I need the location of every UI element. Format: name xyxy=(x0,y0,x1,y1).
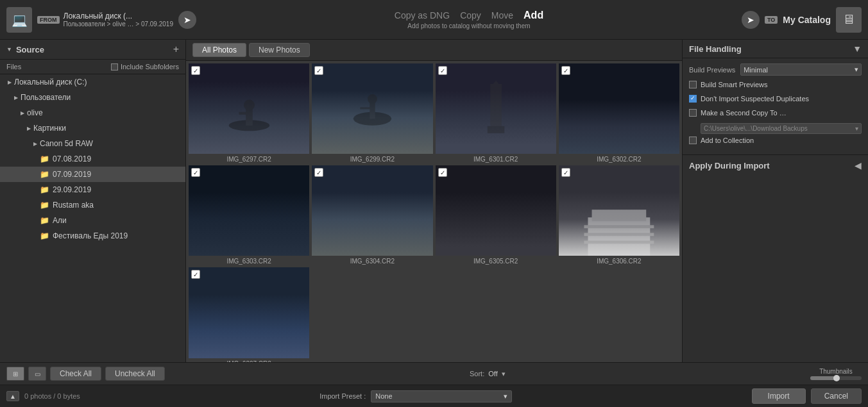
thumbnails-slider[interactable] xyxy=(810,376,862,380)
add-source-button[interactable]: + xyxy=(173,44,179,55)
tree-item-users[interactable]: ▶ Пользователи xyxy=(0,90,185,105)
import-preset-value: None xyxy=(375,392,392,400)
photo-thumb-6[interactable] xyxy=(312,165,432,256)
photo-checkbox-4[interactable] xyxy=(561,66,570,75)
photo-thumb-5[interactable] xyxy=(189,165,309,256)
sort-value: Off xyxy=(488,370,497,378)
source-panel-header: ▼ Source + xyxy=(0,40,185,60)
build-previews-chevron: ▾ xyxy=(855,65,858,74)
dest-arrow-button[interactable]: ➤ xyxy=(742,11,760,29)
file-handling-collapse-icon[interactable]: ▼ xyxy=(853,44,862,54)
add-action[interactable]: Add xyxy=(523,10,543,21)
files-row: Files Include Subfolders xyxy=(0,60,185,74)
photo-cell-6: IMG_6304.CR2 xyxy=(312,165,432,265)
photo-thumb-4[interactable] xyxy=(559,63,679,154)
photo-cell-8: IMG_6306.CR2 xyxy=(559,165,679,265)
grid-view-button[interactable]: ⊞ xyxy=(6,367,24,381)
cancel-button[interactable]: Cancel xyxy=(811,388,862,404)
tree-item-pictures[interactable]: ▶ Картинки xyxy=(0,120,185,136)
photo-thumb-9[interactable] xyxy=(189,267,309,358)
tree-item-ali[interactable]: 📁 Али xyxy=(0,213,185,228)
source-name: Локальный диск (... xyxy=(64,12,173,21)
copy-as-dng-action[interactable]: Copy as DNG xyxy=(395,10,450,21)
photo-thumb-7[interactable] xyxy=(436,165,556,256)
source-arrow-button[interactable]: ➤ xyxy=(178,11,196,29)
sort-chevron-icon[interactable]: ▾ xyxy=(502,370,506,378)
photo-checkbox-6[interactable] xyxy=(314,168,323,177)
add-to-collection-label: Add to Collection xyxy=(701,137,754,144)
photo-checkbox-7[interactable] xyxy=(438,168,447,177)
svg-rect-1 xyxy=(246,109,253,126)
add-to-collection-checkbox[interactable] xyxy=(689,137,697,144)
import-button[interactable]: Import xyxy=(752,388,806,404)
photo-thumb-1[interactable] xyxy=(189,63,309,154)
build-previews-label: Build Previews xyxy=(689,66,735,74)
photo-checkbox-2[interactable] xyxy=(314,66,323,75)
import-preset-select[interactable]: None ▾ xyxy=(371,390,512,403)
tree-item-canon[interactable]: ▶ Canon 5d RAW xyxy=(0,136,185,151)
tree-item-disk[interactable]: ▶ Локальный диск (C:) xyxy=(0,74,185,90)
move-action[interactable]: Move xyxy=(491,10,513,21)
photo-grid: IMG_6297.CR2 IMG_6299.CR2 xyxy=(186,61,682,362)
sort-label: Sort: xyxy=(470,370,484,378)
apply-during-import-collapse-icon[interactable]: ◀ xyxy=(855,160,862,170)
catalog-icon: 🖥 xyxy=(836,7,862,33)
status-bar: ▲ 0 photos / 0 bytes Import Preset : Non… xyxy=(0,385,868,407)
copy-action[interactable]: Copy xyxy=(460,10,481,21)
photo-filename-7: IMG_6305.CR2 xyxy=(473,258,518,265)
destination-section: ➤ TO My Catalog 🖥 xyxy=(742,7,862,33)
thumbnails-slider-knob[interactable] xyxy=(833,375,840,381)
make-second-copy-checkbox[interactable] xyxy=(689,109,697,117)
include-subfolders-label: Include Subfolders xyxy=(121,63,179,71)
thumbnails-slider-fill xyxy=(810,376,836,380)
second-copy-path-input[interactable]: C:\Users\olive\...\Download Backups ▾ xyxy=(701,123,862,134)
tree-item-festival[interactable]: 📁 Фестиваль Еды 2019 xyxy=(0,228,185,244)
source-path: Пользователи > olive … > 07.09.2019 xyxy=(64,21,173,28)
svg-rect-15 xyxy=(584,240,654,244)
photo-checkbox-8[interactable] xyxy=(561,168,570,177)
middle-panel: All Photos New Photos xyxy=(186,40,682,362)
photo-cell-9: IMG_6307.CR2 xyxy=(189,267,309,362)
photo-filename-8: IMG_6306.CR2 xyxy=(597,258,641,265)
photo-thumb-3[interactable] xyxy=(436,63,556,154)
loupe-view-button[interactable]: ▭ xyxy=(28,367,46,381)
svg-rect-8 xyxy=(490,84,502,133)
source-collapse-icon[interactable]: ▼ xyxy=(6,46,12,53)
photo-cell-2: IMG_6299.CR2 xyxy=(312,63,432,163)
photo-filename-4: IMG_6302.CR2 xyxy=(597,156,641,163)
all-photos-tab[interactable]: All Photos xyxy=(192,43,246,57)
tree-item-olive[interactable]: ▶ olive xyxy=(0,105,185,120)
photo-checkbox-9[interactable] xyxy=(191,270,200,279)
tree-item-rustam[interactable]: 📁 Rustam aka xyxy=(0,197,185,213)
tree-item-date2[interactable]: 📁 07.09.2019 xyxy=(0,167,185,182)
check-buttons: Check All Uncheck All xyxy=(50,367,165,381)
file-handling-title: File Handling xyxy=(689,44,742,54)
dont-import-checkbox[interactable] xyxy=(689,95,697,103)
svg-rect-11 xyxy=(588,217,650,256)
photo-checkbox-5[interactable] xyxy=(191,168,200,177)
photo-thumb-2[interactable] xyxy=(312,63,432,154)
bottom-toolbar: ⊞ ▭ Check All Uncheck All Sort: Off ▾ Th… xyxy=(0,362,868,385)
build-previews-value: Minimal xyxy=(744,66,768,74)
include-subfolders-checkbox[interactable] xyxy=(111,63,118,71)
status-expand-button[interactable]: ▲ xyxy=(6,391,19,401)
new-photos-tab[interactable]: New Photos xyxy=(249,43,310,57)
thumbnails-section: Thumbnails xyxy=(810,368,862,380)
uncheck-all-button[interactable]: Uncheck All xyxy=(105,367,165,381)
check-all-button[interactable]: Check All xyxy=(50,367,101,381)
dont-import-label: Don't Import Suspected Duplicates xyxy=(701,95,809,103)
photo-filename-9: IMG_6307.CR2 xyxy=(226,360,271,362)
photo-thumb-8[interactable] xyxy=(559,165,679,256)
photo-checkbox-3[interactable] xyxy=(438,66,447,75)
build-previews-select[interactable]: Minimal ▾ xyxy=(740,63,862,76)
svg-rect-13 xyxy=(584,225,654,228)
photo-cell-3: IMG_6301.CR2 xyxy=(436,63,556,163)
svg-rect-14 xyxy=(584,233,654,236)
status-text: 0 photos / 0 bytes xyxy=(24,392,80,400)
tree-item-date3[interactable]: 📁 29.09.2019 xyxy=(0,182,185,197)
apply-during-import-title: Apply During Import xyxy=(689,161,770,170)
left-panel: ▼ Source + Files Include Subfolders ▶ Ло… xyxy=(0,40,186,362)
tree-item-date1[interactable]: 📁 07.08.2019 xyxy=(0,151,185,167)
photo-checkbox-1[interactable] xyxy=(191,66,200,75)
build-smart-previews-checkbox[interactable] xyxy=(689,81,697,88)
